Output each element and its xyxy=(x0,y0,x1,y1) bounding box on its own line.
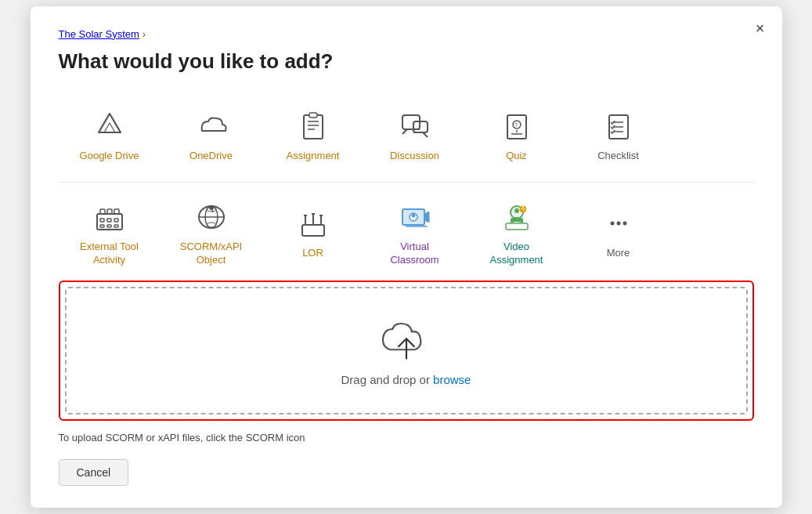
svg-text:?: ? xyxy=(514,122,518,128)
virtual-classroom-label: VirtualClassroom xyxy=(390,241,438,267)
scorm-hint: To upload SCORM or xAPI files, click the… xyxy=(59,432,754,443)
discussion-button[interactable]: Discussion xyxy=(364,96,466,174)
checklist-label: Checklist xyxy=(597,150,639,163)
items-row-1: Google Drive OneDrive Assignment xyxy=(59,96,754,174)
close-button[interactable]: × xyxy=(756,20,765,36)
quiz-label: Quiz xyxy=(506,150,527,163)
lor-button[interactable]: LOR xyxy=(262,190,364,273)
scorm-button[interactable]: SCORM/xAPIObject xyxy=(161,190,262,273)
discussion-label: Discussion xyxy=(390,150,439,163)
checklist-button[interactable]: Checklist xyxy=(568,96,669,174)
video-assignment-icon xyxy=(501,200,532,234)
assignment-label: Assignment xyxy=(287,150,340,163)
svg-rect-28 xyxy=(107,219,111,222)
discussion-icon xyxy=(399,109,431,143)
svg-point-37 xyxy=(207,223,216,227)
svg-point-57 xyxy=(616,222,620,226)
svg-point-58 xyxy=(623,222,626,226)
svg-rect-27 xyxy=(100,219,104,222)
svg-line-5 xyxy=(110,123,115,132)
svg-point-52 xyxy=(514,208,519,213)
svg-rect-29 xyxy=(114,219,118,222)
scorm-label: SCORM/xAPIObject xyxy=(180,241,242,267)
google-drive-icon xyxy=(94,109,125,143)
assignment-icon xyxy=(298,109,329,143)
drop-zone-static-text: Drag and drop or xyxy=(341,373,434,386)
onedrive-label: OneDrive xyxy=(189,150,233,163)
scorm-icon xyxy=(196,200,227,234)
drop-zone-text: Drag and drop or browse xyxy=(341,373,471,386)
svg-rect-11 xyxy=(309,113,317,118)
virtual-classroom-button[interactable]: VirtualClassroom xyxy=(364,190,466,273)
svg-line-4 xyxy=(104,123,110,132)
svg-rect-31 xyxy=(107,225,111,227)
google-drive-label: Google Drive xyxy=(80,150,139,163)
quiz-icon: ? xyxy=(501,109,532,143)
breadcrumb[interactable]: The Solar System › xyxy=(59,28,754,40)
checklist-icon xyxy=(603,109,634,143)
breadcrumb-link[interactable]: The Solar System xyxy=(59,28,139,40)
svg-rect-7 xyxy=(304,115,323,139)
video-assignment-label: VideoAssignment xyxy=(490,241,543,267)
breadcrumb-separator: › xyxy=(143,28,146,40)
add-content-modal: The Solar System › × What would you like… xyxy=(31,6,782,509)
svg-line-2 xyxy=(110,114,121,132)
external-tool-button[interactable]: External ToolActivity xyxy=(59,190,161,273)
lor-icon xyxy=(298,206,329,241)
cancel-button[interactable]: Cancel xyxy=(59,459,129,486)
external-tool-label: External ToolActivity xyxy=(80,241,139,267)
svg-rect-53 xyxy=(506,223,528,230)
items-row-2: External ToolActivity SCORM/xAPIObject xyxy=(59,190,754,273)
onedrive-button[interactable]: OneDrive xyxy=(161,96,262,174)
svg-rect-40 xyxy=(302,225,324,236)
drop-zone[interactable]: Drag and drop or browse xyxy=(65,287,748,414)
onedrive-icon xyxy=(196,109,227,143)
modal-title: What would you like to add? xyxy=(59,49,754,74)
assignment-button[interactable]: Assignment xyxy=(262,96,364,174)
external-tool-icon xyxy=(94,200,125,234)
row-divider xyxy=(59,182,754,183)
virtual-classroom-icon xyxy=(399,200,431,234)
video-assignment-button[interactable]: VideoAssignment xyxy=(466,190,568,273)
more-icon xyxy=(603,206,634,241)
svg-line-1 xyxy=(99,114,110,132)
quiz-button[interactable]: ? Quiz xyxy=(466,96,568,174)
more-button[interactable]: More xyxy=(568,190,669,273)
more-label: More xyxy=(607,247,630,260)
upload-icon xyxy=(379,318,434,362)
svg-rect-32 xyxy=(114,225,118,227)
browse-link[interactable]: browse xyxy=(433,373,471,386)
google-drive-button[interactable]: Google Drive xyxy=(59,96,161,174)
svg-point-49 xyxy=(411,213,415,217)
drop-zone-wrapper: Drag and drop or browse xyxy=(59,281,754,421)
svg-point-56 xyxy=(610,222,614,226)
lor-label: LOR xyxy=(302,247,323,260)
svg-rect-30 xyxy=(100,225,104,227)
